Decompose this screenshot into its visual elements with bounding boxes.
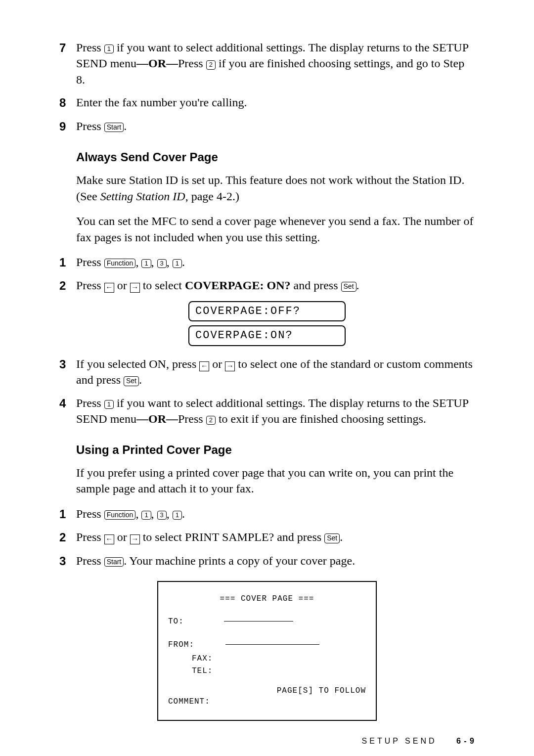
text: . xyxy=(356,279,359,292)
step-number: 8 xyxy=(59,95,76,111)
sample-title: === COVER PAGE === xyxy=(168,594,366,605)
step-number: 2 xyxy=(59,278,76,294)
key-1: 1 xyxy=(173,511,182,520)
text: to select xyxy=(140,279,185,292)
lcd-coverpage-on: COVERPAGE:ON? xyxy=(188,325,346,346)
step-number: 9 xyxy=(59,119,76,134)
step-7: 7 Press 1 if you want to select addition… xyxy=(59,40,475,88)
footer-page-number: 6 - 9 xyxy=(456,737,475,745)
label-to: TO: xyxy=(168,617,184,626)
lcd-display-group: COVERPAGE:OFF? COVERPAGE:ON? xyxy=(59,301,475,346)
text: Press xyxy=(76,554,104,567)
text: . Your machine prints a copy of your cov… xyxy=(124,554,355,567)
key-1: 1 xyxy=(141,259,151,268)
right-arrow-icon: → xyxy=(225,361,235,371)
section1-step-1: 1 Press Function, 1, 3, 1. xyxy=(59,254,475,270)
sample-pages-row: PAGE[S] TO FOLLOW xyxy=(168,686,366,697)
text: , page 4-2.) xyxy=(185,190,239,203)
label-pages: PAGE[S] TO FOLLOW xyxy=(277,686,366,695)
sample-comment-row: COMMENT: xyxy=(168,697,366,708)
step-body: Press Start. Your machine prints a copy … xyxy=(76,553,475,569)
step-9: 9 Press Start. xyxy=(59,118,475,134)
step-8: 8 Enter the fax number you're calling. xyxy=(59,94,475,111)
text: . xyxy=(182,256,185,268)
text: Press xyxy=(178,412,206,425)
sample-from-row: FROM: xyxy=(168,640,366,651)
step-body: If you selected ON, press ← or → to sele… xyxy=(76,356,475,388)
step-number: 3 xyxy=(59,356,76,372)
step-body: Press ← or → to select COVERPAGE: ON? an… xyxy=(76,277,475,293)
step-number: 7 xyxy=(59,40,76,56)
step-body: Enter the fax number you're calling. xyxy=(76,94,475,110)
lcd-coverpage-off: COVERPAGE:OFF? xyxy=(188,301,346,322)
text: to exit if you are finished choosing set… xyxy=(216,412,426,425)
paragraph: You can set the MFC to send a cover page… xyxy=(76,213,475,245)
step-body: Press Function, 1, 3, 1. xyxy=(76,254,475,270)
step-body: Press 1 if you want to select additional… xyxy=(76,395,475,427)
underline xyxy=(224,621,293,622)
page-footer: SETUP SEND 6 - 9 xyxy=(59,736,475,747)
step-number: 4 xyxy=(59,396,76,411)
text: to select PRINT SAMPLE? and press xyxy=(140,531,325,543)
key-function: Function xyxy=(104,259,136,268)
text: . xyxy=(182,507,185,520)
text: If you selected ON, press xyxy=(76,357,199,370)
section2-step-2: 2 Press ← or → to select PRINT SAMPLE? a… xyxy=(59,529,475,545)
key-function: Function xyxy=(104,510,136,520)
label-comment: COMMENT: xyxy=(168,697,210,706)
or-text: —OR— xyxy=(136,57,178,70)
step-body: Press ← or → to select PRINT SAMPLE? and… xyxy=(76,529,475,545)
bold-text: COVERPAGE: ON? xyxy=(185,279,291,292)
left-arrow-icon: ← xyxy=(199,361,209,371)
or-text: —OR— xyxy=(136,412,178,425)
step-body: Press Start. xyxy=(76,118,475,134)
key-set: Set xyxy=(341,282,356,291)
key-start: Start xyxy=(104,123,124,132)
label-from: FROM: xyxy=(168,640,194,649)
underline xyxy=(225,644,319,645)
text: Press xyxy=(76,507,104,520)
label-fax: FAX: xyxy=(192,654,213,663)
section1-step-4: 4 Press 1 if you want to select addition… xyxy=(59,395,475,427)
key-1: 1 xyxy=(104,44,114,53)
paragraph: If you prefer using a printed cover page… xyxy=(76,465,475,497)
text: Press xyxy=(178,57,206,70)
key-set: Set xyxy=(124,376,139,386)
right-arrow-icon: → xyxy=(130,283,140,293)
text: Press xyxy=(76,256,104,268)
key-start: Start xyxy=(104,557,124,567)
key-1: 1 xyxy=(173,259,182,268)
heading-always-send: Always Send Cover Page xyxy=(76,149,475,165)
step-number: 2 xyxy=(59,530,76,545)
heading-printed-cover: Using a Printed Cover Page xyxy=(76,442,475,458)
left-arrow-icon: ← xyxy=(104,534,114,544)
section1-step-2: 2 Press ← or → to select COVERPAGE: ON? … xyxy=(59,277,475,294)
reference: Setting Station ID xyxy=(100,190,185,203)
step-body: Press 1 if you want to select additional… xyxy=(76,40,475,88)
step-number: 1 xyxy=(59,506,76,522)
text: . xyxy=(340,531,343,543)
text: or xyxy=(209,357,225,370)
text: or xyxy=(114,531,130,543)
text: Press xyxy=(76,279,104,292)
text: Press xyxy=(76,120,104,133)
key-1: 1 xyxy=(141,511,151,520)
key-3: 3 xyxy=(157,511,167,520)
text: Press xyxy=(76,397,104,409)
text: and press xyxy=(291,279,341,292)
section1-step-3: 3 If you selected ON, press ← or → to se… xyxy=(59,356,475,388)
right-arrow-icon: → xyxy=(130,534,140,544)
sample-to-row: TO: xyxy=(168,617,366,627)
step-number: 3 xyxy=(59,553,76,569)
text: . xyxy=(139,373,142,386)
text: Press xyxy=(76,41,104,54)
step-number: 1 xyxy=(59,255,76,270)
footer-section-label: SETUP SEND xyxy=(362,737,437,745)
key-3: 3 xyxy=(157,259,167,268)
paragraph: Make sure Station ID is set up. This fea… xyxy=(76,172,475,204)
step-body: Press Function, 1, 3, 1. xyxy=(76,506,475,522)
key-1: 1 xyxy=(104,400,114,409)
sample-cover-page: === COVER PAGE === TO: FROM: FAX: TEL: P… xyxy=(157,581,377,721)
section2-step-1: 1 Press Function, 1, 3, 1. xyxy=(59,506,475,522)
key-2: 2 xyxy=(206,416,216,425)
